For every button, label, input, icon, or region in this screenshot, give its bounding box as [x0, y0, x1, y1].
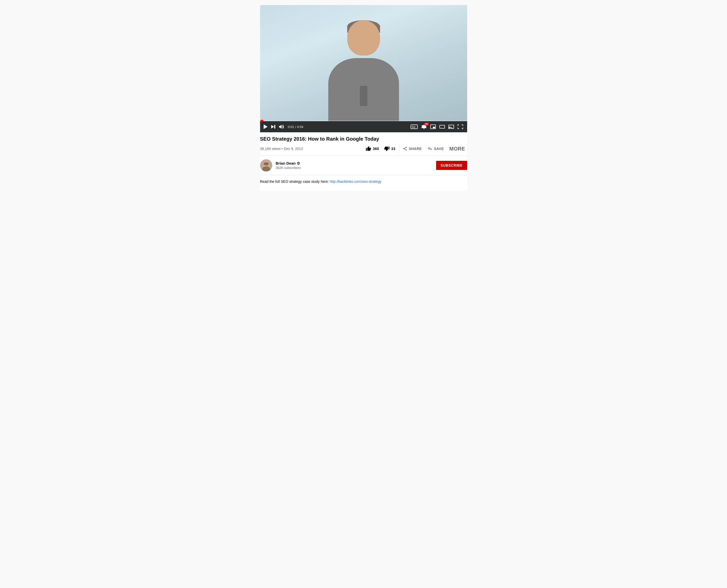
save-label: SAVE	[434, 147, 444, 151]
avatar[interactable]	[260, 159, 272, 171]
video-thumbnail[interactable]	[260, 5, 467, 121]
svg-rect-8	[440, 125, 445, 128]
dislike-button[interactable]: 33	[381, 144, 398, 153]
dislike-count: 33	[391, 147, 395, 151]
fullscreen-button[interactable]	[457, 124, 464, 129]
miniplayer-button[interactable]	[429, 124, 437, 129]
progress-bar[interactable]	[260, 121, 467, 121]
view-count: 39,189 views	[260, 147, 281, 151]
cast-button[interactable]	[448, 124, 455, 129]
svg-marker-0	[271, 125, 274, 128]
theater-button[interactable]	[438, 124, 446, 129]
description: Read the full SEO strategy case study he…	[260, 175, 467, 188]
svg-point-14	[264, 162, 269, 165]
verified-icon	[297, 162, 300, 165]
share-icon	[403, 146, 407, 151]
skip-button[interactable]	[270, 124, 276, 129]
meta-row: 39,189 views • Dec 9, 2013 360	[260, 144, 467, 156]
volume-icon	[279, 124, 284, 129]
play-icon	[264, 124, 268, 129]
svg-rect-7	[433, 127, 435, 128]
subscribe-button[interactable]: SUBSCRIBE	[436, 161, 467, 170]
shirt-detail	[360, 86, 368, 106]
like-button[interactable]: 360	[363, 144, 381, 153]
hd-badge: HD	[424, 123, 429, 125]
share-button[interactable]: SHARE	[400, 145, 424, 152]
video-controls: 0:01 / 4:54 CC	[260, 121, 467, 132]
miniplayer-icon	[430, 124, 436, 129]
publish-date: Dec 9, 2013	[284, 147, 303, 151]
channel-name-text: Brian Dean	[276, 161, 296, 165]
save-icon	[428, 146, 432, 151]
content-area: SEO Strategy 2016: How to Rank in Google…	[260, 132, 467, 191]
channel-name[interactable]: Brian Dean	[276, 161, 301, 165]
volume-button[interactable]	[278, 124, 285, 129]
cc-icon: CC	[411, 124, 418, 129]
right-controls: CC HD	[410, 123, 464, 130]
person-head	[347, 20, 380, 56]
time-display: 0:01 / 4:54	[288, 125, 303, 129]
description-link[interactable]: http://backlinko.com/seo-strategy	[330, 180, 381, 184]
svg-rect-1	[274, 125, 275, 128]
fullscreen-icon	[458, 124, 463, 129]
settings-wrap: HD	[420, 123, 428, 130]
video-player: 0:01 / 4:54 CC	[260, 5, 467, 132]
theater-icon	[439, 124, 445, 129]
video-meta: 39,189 views • Dec 9, 2013	[260, 147, 303, 151]
progress-dot	[261, 120, 263, 122]
like-count: 360	[373, 147, 379, 151]
meta-separator: •	[282, 147, 284, 151]
like-section: 360 33	[363, 144, 399, 153]
play-button[interactable]	[263, 124, 268, 129]
thumb-down-icon	[384, 146, 390, 151]
skip-icon	[271, 124, 276, 129]
channel-info: Brian Dean 362K subscribers	[260, 159, 301, 171]
svg-marker-2	[279, 125, 282, 129]
save-button[interactable]: SAVE	[425, 145, 446, 152]
description-text: Read the full SEO strategy case study he…	[260, 180, 330, 184]
progress-fill	[260, 121, 262, 121]
subscriber-count: 362K subscribers	[276, 166, 301, 170]
page-container: 0:01 / 4:54 CC	[260, 5, 467, 191]
svg-rect-9	[449, 125, 454, 128]
svg-text:CC: CC	[412, 126, 415, 128]
share-label: SHARE	[409, 147, 422, 151]
channel-text: Brian Dean 362K subscribers	[276, 161, 301, 170]
person-body	[328, 58, 399, 121]
video-title: SEO Strategy 2016: How to Rank in Google…	[260, 135, 467, 142]
thumb-up-icon	[366, 146, 371, 151]
cast-icon	[449, 124, 454, 129]
channel-row: Brian Dean 362K subscribers SUBSCRIBE	[260, 156, 467, 175]
action-buttons: 360 33 SHARE	[363, 144, 467, 153]
video-person	[321, 15, 407, 121]
more-button[interactable]: More	[448, 145, 467, 153]
avatar-image	[260, 159, 272, 171]
cc-button[interactable]: CC	[410, 124, 419, 130]
